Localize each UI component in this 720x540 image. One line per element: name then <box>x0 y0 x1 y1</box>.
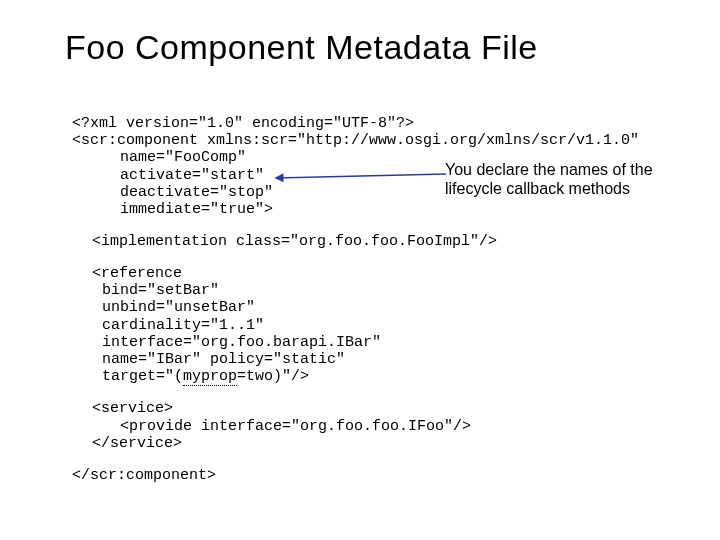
code-line-component-close: </scr:component> <box>72 467 216 484</box>
code-line-implementation: <implementation class="org.foo.foo.FooIm… <box>92 233 497 250</box>
slide-title: Foo Component Metadata File <box>65 28 538 67</box>
target-suffix: =two)"/> <box>237 368 309 385</box>
code-line-name-policy: name="IBar" policy="static" <box>102 351 345 368</box>
code-line-service-close: </service> <box>92 435 182 452</box>
code-line-deactivate-attr: deactivate="stop" <box>120 184 273 201</box>
code-line-component-open: <scr:component xmlns:scr="http://www.osg… <box>72 132 639 149</box>
code-line-provide: <provide interface="org.foo.foo.IFoo"/> <box>120 418 471 435</box>
annotation-arrow-icon <box>268 172 448 184</box>
code-line-bind-attr: bind="setBar" <box>102 282 219 299</box>
code-line-cardinality: cardinality="1..1" <box>102 317 264 334</box>
annotation-text: You declare the names of the lifecycle c… <box>445 160 675 198</box>
code-line-activate-attr: activate="start" <box>120 167 264 184</box>
code-line-service-open: <service> <box>92 400 173 417</box>
code-line-xml-decl: <?xml version="1.0" encoding="UTF-8"?> <box>72 115 414 132</box>
code-line-target: target="(myprop=two)"/> <box>102 368 309 385</box>
target-underlined: myprop <box>183 368 237 386</box>
code-line-immediate-attr: immediate="true"> <box>120 201 273 218</box>
code-line-reference-open: <reference <box>92 265 182 282</box>
target-prefix: target="( <box>102 368 183 385</box>
code-line-unbind-attr: unbind="unsetBar" <box>102 299 255 316</box>
svg-line-0 <box>276 174 446 178</box>
code-line-name-attr: name="FooComp" <box>120 149 246 166</box>
code-line-interface: interface="org.foo.barapi.IBar" <box>102 334 381 351</box>
